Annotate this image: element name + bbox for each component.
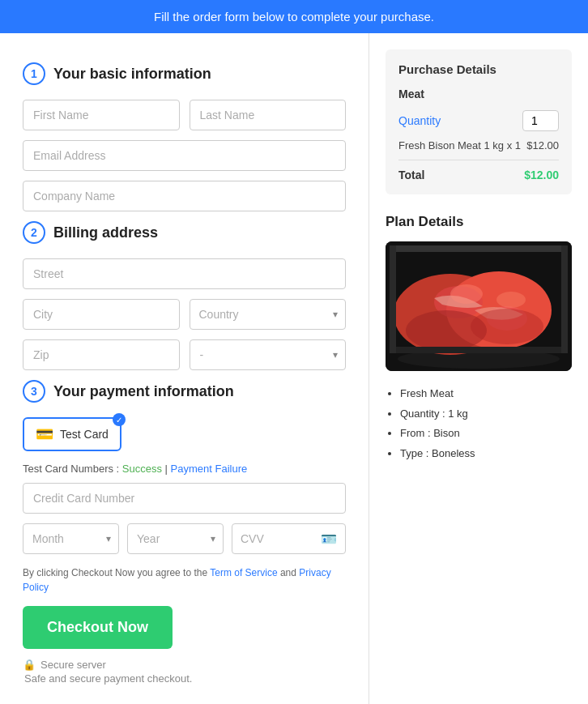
street-field	[23, 258, 346, 289]
company-input[interactable]	[23, 181, 346, 211]
total-row: Total $12.00	[398, 169, 559, 181]
email-row	[23, 140, 346, 171]
email-input[interactable]	[23, 140, 346, 171]
section-number-1: 1	[23, 62, 45, 85]
street-input[interactable]	[23, 258, 346, 289]
cc-number-input[interactable]	[23, 483, 346, 514]
zip-input[interactable]	[23, 339, 180, 370]
checkout-btn-label: Checkout Now	[47, 619, 148, 635]
secure-server-text: Secure server	[40, 659, 106, 671]
cvv-field: 🪪	[232, 523, 346, 554]
tos-link[interactable]: Term of Service	[210, 567, 277, 578]
product-name: Meat	[398, 87, 559, 100]
month-field: 010203 040506 070809 101112 ▾ Month	[23, 523, 119, 554]
basic-info-section: 1 Your basic information	[23, 62, 346, 211]
state-field: - ▾	[190, 339, 347, 370]
test-card-prefix: Test Card Numbers :	[23, 463, 122, 475]
lock-icon: 🔒	[23, 659, 36, 671]
item-price: $12.00	[526, 139, 559, 151]
svg-rect-10	[390, 347, 568, 353]
street-row	[23, 258, 346, 289]
banner-text: Fill the order form below to complete yo…	[154, 10, 434, 23]
plan-details-title: Plan Details	[386, 214, 572, 230]
cc-number-row	[23, 483, 346, 514]
plan-bullet-item: Fresh Meat	[400, 384, 572, 404]
name-row	[23, 100, 346, 130]
svg-rect-11	[390, 245, 568, 252]
card-label: Test Card	[60, 428, 109, 441]
month-select[interactable]: 010203 040506 070809 101112	[23, 523, 119, 554]
billing-heading: 2 Billing address	[23, 221, 346, 244]
secure-server-row: 🔒 Secure server	[23, 659, 346, 671]
success-link[interactable]: Success	[122, 463, 162, 475]
left-panel: 1 Your basic information	[0, 33, 369, 704]
svg-point-9	[496, 292, 526, 308]
city-input[interactable]	[23, 299, 180, 330]
email-field	[23, 140, 346, 171]
country-select[interactable]: United States United Kingdom Canada	[190, 299, 347, 330]
svg-rect-13	[561, 245, 568, 353]
basic-info-title: Your basic information	[53, 66, 211, 83]
plan-bullets: Fresh MeatQuantity : 1 kgFrom : BisonTyp…	[386, 384, 572, 464]
basic-info-heading: 1 Your basic information	[23, 62, 346, 85]
plan-bullet-item: Type : Boneless	[400, 444, 572, 464]
year-field: 202420252026 202720282029 ▾ Year	[127, 523, 224, 554]
billing-section: 2 Billing address United States United	[23, 221, 346, 370]
zip-state-row: - ▾	[23, 339, 346, 370]
expiry-cvv-row: 010203 040506 070809 101112 ▾ Month 2024…	[23, 523, 346, 554]
quantity-input[interactable]	[522, 110, 559, 131]
city-country-row: United States United Kingdom Canada ▾ Co…	[23, 299, 346, 330]
zip-field	[23, 339, 180, 370]
safe-text: Safe and secure payment checkout.	[24, 672, 192, 685]
checkout-button[interactable]: Checkout Now	[23, 606, 173, 649]
billing-title: Billing address	[53, 224, 158, 241]
purchase-details-title: Purchase Details	[398, 62, 559, 76]
failure-link[interactable]: Payment Failure	[171, 463, 248, 475]
meat-image	[386, 241, 572, 371]
item-row: Fresh Bison Meat 1 kg x 1 $12.00	[398, 139, 559, 160]
city-field	[23, 299, 180, 330]
first-name-input[interactable]	[23, 100, 180, 130]
separator: |	[165, 463, 171, 475]
card-selected-check: ✓	[113, 413, 126, 426]
state-select[interactable]: -	[190, 339, 347, 370]
svg-rect-12	[390, 245, 396, 353]
section-number-2: 2	[23, 221, 45, 244]
plan-bullet-item: From : Bison	[400, 424, 572, 444]
plan-bullet-item: Quantity : 1 kg	[400, 404, 572, 425]
right-panel: Purchase Details Meat Quantity Fresh Bis…	[369, 33, 588, 704]
main-container: 1 Your basic information	[0, 33, 588, 704]
company-field	[23, 181, 346, 211]
payment-heading: 3 Your payment information	[23, 380, 346, 403]
section-number-3: 3	[23, 380, 45, 403]
top-banner: Fill the order form below to complete yo…	[0, 0, 588, 33]
payment-section: 3 Your payment information 💳 Test Card ✓…	[23, 380, 346, 685]
total-amount: $12.00	[524, 169, 559, 181]
company-row	[23, 181, 346, 211]
plan-details: Plan Details	[386, 214, 572, 464]
total-label: Total	[398, 169, 424, 181]
test-card-info: Test Card Numbers : Success | Payment Fa…	[23, 463, 346, 475]
safe-text-row: Safe and secure payment checkout.	[23, 672, 346, 685]
quantity-label: Quantity	[398, 114, 441, 127]
card-icon: 💳	[36, 425, 53, 443]
secure-info: 🔒 Secure server Safe and secure payment …	[23, 659, 346, 685]
last-name-field	[190, 100, 347, 130]
quantity-row: Quantity	[398, 110, 559, 131]
year-select[interactable]: 202420252026 202720282029	[127, 523, 224, 554]
first-name-field	[23, 100, 180, 130]
cvv-card-icon: 🪪	[321, 531, 337, 547]
cc-number-field	[23, 483, 346, 514]
svg-point-7	[471, 309, 543, 344]
terms-prefix: By clicking Checkout Now you agree to th…	[23, 567, 210, 578]
payment-title: Your payment information	[53, 383, 234, 400]
terms-and: and	[280, 567, 299, 578]
item-description: Fresh Bison Meat 1 kg x 1	[398, 139, 521, 151]
cvv-input[interactable]	[241, 524, 321, 553]
country-field: United States United Kingdom Canada ▾ Co…	[190, 299, 347, 330]
svg-point-8	[450, 284, 483, 304]
terms-text: By clicking Checkout Now you agree to th…	[23, 565, 346, 595]
card-option[interactable]: 💳 Test Card ✓	[23, 417, 121, 451]
purchase-details-box: Purchase Details Meat Quantity Fresh Bis…	[386, 49, 572, 194]
last-name-input[interactable]	[190, 100, 347, 130]
